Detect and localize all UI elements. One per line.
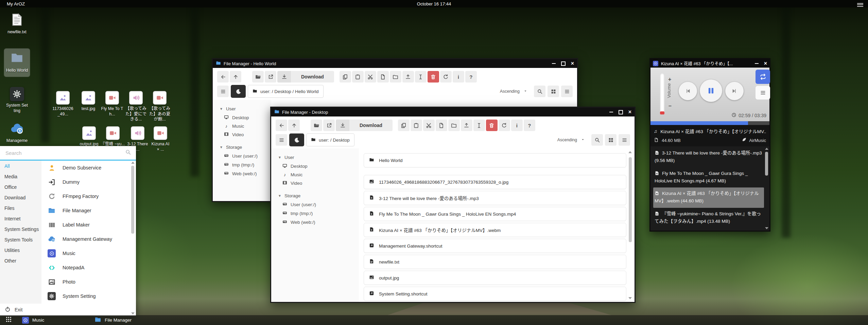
cut-button[interactable] [423,120,435,131]
scroll-thumb[interactable] [131,166,134,234]
volume-up[interactable]: + [668,76,671,83]
exit-button[interactable]: Exit [0,304,131,316]
refresh-button[interactable] [440,71,452,83]
file-row[interactable]: System Setting.shortcut [364,287,626,301]
trash-button[interactable] [486,120,498,131]
desktop-icon[interactable]: 【歌ってみ た】愛にで きる... [123,91,149,122]
up-button[interactable] [288,120,300,131]
app-item-label-maker[interactable]: Label Maker [41,218,131,232]
playlist-scrollbar[interactable] [765,148,768,229]
playlist-item[interactable]: 『雪峰 ~yukimine~ Piano & Strings Ver.』を歌って… [653,208,764,228]
close-button[interactable]: × [764,61,767,66]
breadcrumb[interactable]: user: / Desktop [306,133,354,146]
copy-button[interactable] [340,71,351,83]
rename-button[interactable] [473,120,485,131]
minimize-button[interactable] [609,112,613,112]
app-item-demo-subservice[interactable]: Demo Subservice [41,161,131,175]
pause-button[interactable] [700,79,722,102]
app-item-notepada[interactable]: NotepadA [41,260,131,275]
list-view-button[interactable] [619,134,630,146]
new-folder-button[interactable] [390,71,401,83]
sidebar-item-music[interactable]: ♪Music [271,170,359,179]
sidebar-section-user[interactable]: ▼User [213,105,271,113]
sidebar-section-storage[interactable]: ▼Storage [213,143,271,151]
sidebar-item-desktop[interactable]: Desktop [271,162,359,170]
desktop-icon[interactable]: Fly Me To T h... [99,91,125,117]
desktop-icon[interactable]: test.jpg [75,91,101,112]
desktop-icon[interactable]: Kizuna AI × ... [147,126,173,152]
window-title-bar[interactable]: File Manager - Desktop× [271,108,635,116]
app-item-ffmpeg-factory[interactable]: FFmpeg Factory [41,189,131,203]
open-button[interactable] [252,71,264,83]
category-utilities[interactable]: Utilities [0,245,41,255]
desktop-icon[interactable]: output.jpg [76,126,102,147]
scrollbar-thumb[interactable] [629,157,632,242]
desktop-icon[interactable]: newfile.txt [4,13,30,35]
sidebar-item-web[interactable]: Web (web:/) [213,169,271,178]
scroll-up-icon[interactable] [131,162,135,164]
new-folder-button[interactable] [448,120,460,131]
file-row[interactable]: Kizuna AI × 花譜 #63 「かりそめ」【オリジナルMV】.webm [364,223,626,237]
volume-slider[interactable] [660,73,664,114]
category-all[interactable]: All [0,161,41,171]
progress-bar[interactable] [650,121,769,125]
help-button[interactable]: ? [524,120,535,131]
minimize-button[interactable] [552,63,556,64]
scroll-thumb[interactable] [765,152,768,176]
cut-button[interactable] [365,71,376,83]
category-files[interactable]: Files [0,203,41,213]
app-item-photo[interactable]: Photo [41,275,131,289]
playlist-item[interactable]: Fly Me To The Moon _ Gawr Gura Sings _ H… [653,167,764,188]
sidebar-item-tmp[interactable]: tmp (tmp:/) [213,160,271,169]
menu-scrollbar[interactable] [131,162,135,314]
copy-button[interactable] [398,120,410,131]
menu-button[interactable] [276,134,287,146]
app-item-file-manager[interactable]: File Manager [41,203,131,218]
desktop-icon[interactable]: 『雪峰 ~yu... [100,126,126,147]
new-file-button[interactable] [436,120,447,131]
taskbar-item-music[interactable]: Music [22,317,44,324]
grid-view-button[interactable] [605,134,617,146]
refresh-button[interactable] [499,120,510,131]
search-icon[interactable] [125,149,131,157]
next-button[interactable] [725,82,744,100]
desktop-icon[interactable]: Manageme [4,122,30,144]
download-button[interactable]: Download [277,71,334,83]
sidebar-item-video[interactable]: Video [213,130,271,139]
sidebar-item-video[interactable]: Video [271,179,359,187]
app-item-timer[interactable]: Timer [41,303,131,304]
file-row[interactable]: Fly Me To The Moon _ Gawr Gura Sings _ H… [364,207,626,221]
desktop-icon[interactable]: Hello World [4,49,30,77]
upload-button[interactable] [461,120,472,131]
sidebar-item-tmp[interactable]: tmp (tmp:/) [271,209,359,218]
sidebar-item-music[interactable]: ♪Music [213,122,271,130]
volume-handle[interactable] [660,111,664,114]
theme-toggle-button[interactable] [289,133,304,146]
file-row[interactable]: output.jpg [364,271,626,285]
file-row[interactable]: 117346026_4968186883206677_3276783073763… [364,175,626,189]
scroll-down-icon[interactable] [628,297,632,299]
desktop-icon[interactable]: 【歌ってみ た】あの夏 が飽... [147,91,173,122]
rename-button[interactable] [415,71,427,83]
sidebar-item-user[interactable]: User (user:/) [213,151,271,160]
new-file-button[interactable] [377,71,389,83]
download-button[interactable]: Download [336,120,393,131]
sort-dropdown[interactable]: Ascending [495,85,532,97]
sidebar-section-storage[interactable]: ▼Storage [271,192,359,200]
minimize-button[interactable] [755,63,759,64]
info-button[interactable]: i [511,120,523,131]
category-download[interactable]: Download [0,192,41,203]
category-media[interactable]: Media [0,171,41,182]
playlist-item[interactable]: Kizuna AI × 花譜 #63 「かりそめ」【オリジナルMV】.webm … [653,187,764,208]
sort-dropdown[interactable]: Ascending [553,134,589,146]
file-row[interactable]: newfile.txt [364,255,626,269]
category-office[interactable]: Office [0,182,41,192]
file-row[interactable]: Management Gateway.shortcut [364,239,626,253]
category-internet[interactable]: Internet [0,213,41,224]
category-other[interactable]: Other [0,255,41,266]
app-item-management-gateway[interactable]: Management Gateway [41,232,131,246]
sidebar-item-user[interactable]: User (user:/) [271,200,359,209]
back-button[interactable] [276,120,287,131]
info-button[interactable]: i [453,71,464,83]
playlist-menu-button[interactable] [756,86,770,100]
